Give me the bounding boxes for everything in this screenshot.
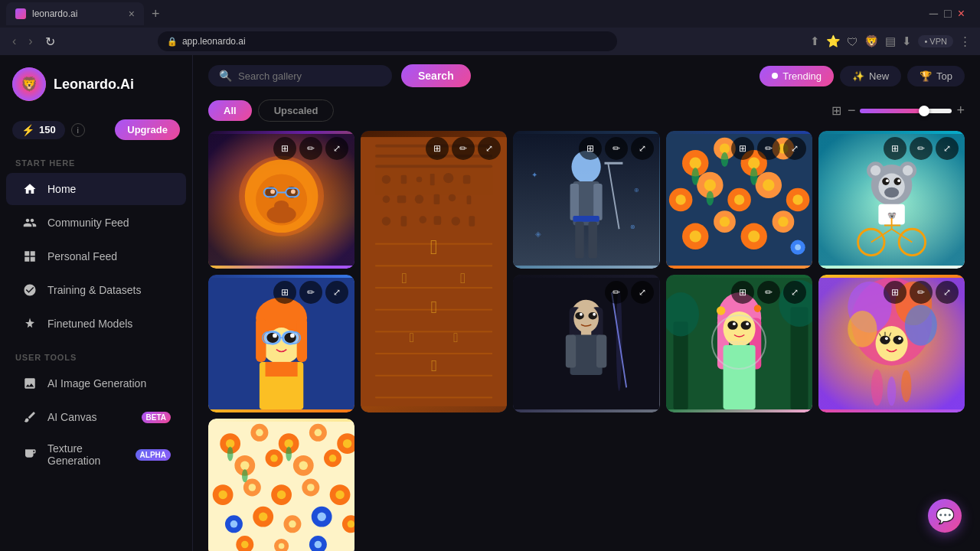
- sidebar-item-finetuned[interactable]: Finetuned Models: [6, 308, 186, 340]
- gallery-item[interactable]: 🐨 ⊞ ✏: [818, 131, 965, 269]
- grid-view-icon[interactable]: ⊞: [831, 103, 841, 118]
- gallery-item[interactable]: RRCG ⊞ ✏ ⤢: [666, 275, 812, 412]
- expand-button[interactable]: ⤢: [631, 137, 654, 160]
- svg-point-211: [307, 484, 315, 491]
- remix-button[interactable]: ⊞: [884, 281, 906, 304]
- svg-point-207: [249, 484, 256, 491]
- edit-button[interactable]: ✏: [910, 137, 933, 160]
- zoom-minus-button[interactable]: −: [848, 103, 856, 119]
- brave-icon[interactable]: 🦁: [864, 34, 879, 48]
- sidebar-item-finetuned-label: Finetuned Models: [47, 318, 132, 330]
- maximize-button[interactable]: □: [944, 7, 952, 21]
- gallery-item[interactable]: ⊞ ✏ ⤢: [818, 275, 965, 412]
- edit-button[interactable]: ✏: [605, 137, 628, 160]
- search-box[interactable]: 🔍: [208, 65, 392, 86]
- remix-button[interactable]: ⊞: [579, 137, 602, 160]
- bookmark-icon[interactable]: ⭐: [826, 34, 841, 48]
- zoom-slider[interactable]: − +: [848, 103, 965, 119]
- expand-button[interactable]: ⤢: [783, 281, 806, 304]
- gallery-item-tall[interactable]: 𓂀 𓅓 𓆣 𓏏 𓇯 𓆑 𓉔 ⊞ ✏: [361, 131, 507, 412]
- edit-button[interactable]: ✏: [910, 281, 933, 304]
- edit-button[interactable]: ✏: [299, 137, 322, 160]
- gallery-item[interactable]: ✏ ⤢: [513, 275, 659, 412]
- download-icon[interactable]: ⬇: [902, 34, 912, 48]
- svg-text:⊗: ⊗: [630, 223, 635, 230]
- sidebar-toggle[interactable]: ▤: [885, 34, 896, 48]
- url-bar[interactable]: 🔒 app.leonardo.ai: [158, 31, 617, 51]
- remix-button[interactable]: ⊞: [273, 281, 296, 304]
- zoom-plus-button[interactable]: +: [956, 103, 965, 119]
- minimize-button[interactable]: ─: [929, 7, 938, 21]
- sidebar-item-personal-feed[interactable]: Personal Feed: [6, 240, 186, 272]
- gallery-scroll[interactable]: ⊞ ✏ ⤢: [193, 128, 980, 551]
- svg-point-172: [848, 311, 877, 347]
- edit-button[interactable]: ✏: [757, 137, 780, 160]
- search-button[interactable]: Search: [401, 64, 471, 87]
- svg-point-84: [792, 194, 802, 204]
- menu-icon[interactable]: ⋮: [959, 34, 971, 48]
- extension-icon[interactable]: 🛡: [847, 35, 858, 48]
- remix-button[interactable]: ⊞: [426, 137, 449, 160]
- search-input[interactable]: [238, 70, 381, 82]
- top-button[interactable]: 🏆 Top: [907, 66, 965, 86]
- info-icon[interactable]: i: [71, 123, 85, 137]
- expand-button[interactable]: ⤢: [936, 281, 959, 304]
- edit-button[interactable]: ✏: [299, 281, 322, 304]
- main-content: 🔍 Search Trending ✨ New 🏆 Top: [193, 55, 980, 551]
- chat-fab-button[interactable]: 💬: [928, 499, 962, 533]
- expand-button[interactable]: ⤢: [631, 281, 654, 304]
- svg-rect-165: [723, 345, 755, 409]
- sidebar-item-community-feed[interactable]: Community Feed: [6, 207, 186, 239]
- active-tab[interactable]: leonardo.ai ×: [6, 2, 144, 25]
- start-here-label: Start Here: [0, 152, 192, 172]
- trending-button[interactable]: Trending: [760, 66, 834, 86]
- back-button[interactable]: ‹: [9, 33, 19, 50]
- edit-button[interactable]: ✏: [757, 281, 780, 304]
- gallery-item[interactable]: [208, 419, 354, 551]
- svg-point-163: [717, 306, 725, 315]
- refresh-button[interactable]: ↻: [42, 33, 58, 51]
- svg-point-21: [416, 177, 423, 183]
- gallery-item[interactable]: ⊞ ✏ ⤢: [208, 131, 354, 269]
- svg-point-201: [299, 461, 308, 470]
- remix-button[interactable]: ⊞: [731, 281, 754, 304]
- zoom-track[interactable]: [860, 109, 952, 113]
- svg-point-225: [241, 541, 249, 549]
- svg-rect-32: [401, 216, 407, 226]
- remix-button[interactable]: ⊞: [884, 137, 906, 160]
- edit-button[interactable]: ✏: [605, 281, 628, 304]
- gallery-item[interactable]: ⊞ ✏ ⤢: [208, 275, 354, 412]
- svg-point-173: [905, 305, 937, 346]
- gallery-item[interactable]: ⊞ ✏ ⤢: [666, 131, 812, 269]
- sidebar-item-home[interactable]: Home: [6, 173, 186, 205]
- new-tab-button[interactable]: +: [147, 6, 165, 22]
- expand-button[interactable]: ⤢: [936, 137, 959, 160]
- new-button[interactable]: ✨ New: [840, 66, 901, 86]
- forward-button[interactable]: ›: [25, 33, 35, 50]
- tab-upscaled[interactable]: Upscaled: [258, 99, 335, 122]
- expand-button[interactable]: ⤢: [783, 137, 806, 160]
- expand-button[interactable]: ⤢: [325, 137, 348, 160]
- share-icon[interactable]: ⬆: [810, 34, 820, 48]
- sidebar-item-ai-image[interactable]: AI Image Generation: [6, 367, 186, 399]
- svg-point-129: [273, 334, 277, 338]
- sidebar-item-training[interactable]: Training & Datasets: [6, 274, 186, 306]
- upgrade-button[interactable]: Upgrade: [115, 119, 180, 140]
- sidebar-item-texture[interactable]: Texture Generation ALPHA: [6, 435, 186, 474]
- svg-point-145: [589, 312, 597, 320]
- expand-button[interactable]: ⤢: [478, 137, 501, 160]
- remix-button[interactable]: ⊞: [273, 137, 296, 160]
- tab-close-button[interactable]: ×: [129, 8, 135, 20]
- svg-point-158: [723, 311, 755, 347]
- sidebar-item-ai-canvas[interactable]: AI Canvas BETA: [6, 401, 186, 433]
- close-button[interactable]: ×: [958, 7, 965, 21]
- sidebar-item-personal-feed-label: Personal Feed: [47, 250, 117, 262]
- edit-button[interactable]: ✏: [452, 137, 475, 160]
- expand-button[interactable]: ⤢: [325, 281, 348, 304]
- logo-text: Leonardo.Ai: [54, 77, 134, 93]
- gallery-item[interactable]: ✦ ⊕ ◈ ⊗ ⊞ ✏ ⤢: [513, 131, 659, 269]
- floral-image: [208, 419, 354, 551]
- remix-button[interactable]: ⊞: [731, 137, 754, 160]
- tab-all[interactable]: All: [208, 100, 252, 121]
- lock-icon: 🔒: [167, 37, 178, 47]
